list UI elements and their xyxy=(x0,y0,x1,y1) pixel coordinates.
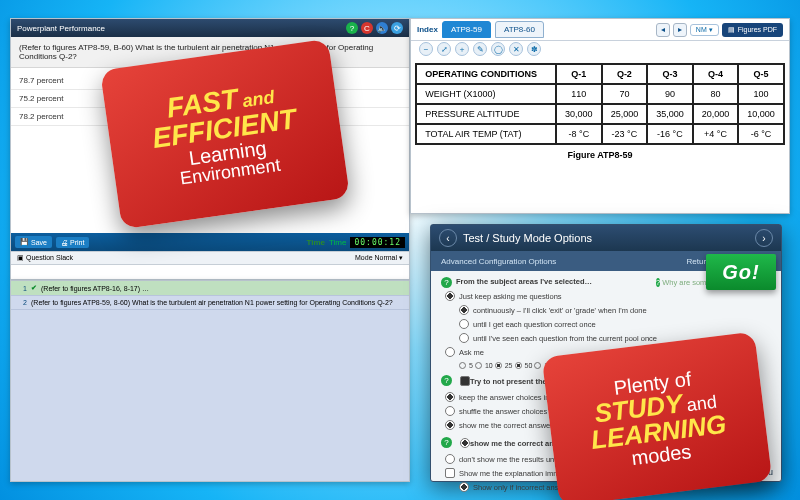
question-list-panel: 1 ✔ (Refer to figures ATP8-16, 8-17) … 2… xyxy=(10,280,410,482)
radio-until-correct[interactable]: until I get each question correct once xyxy=(455,318,771,332)
forward-arrow-icon[interactable]: › xyxy=(755,229,773,247)
operating-conditions-table: OPERATING CONDITIONS Q-1 Q-2 Q-3 Q-4 Q-5… xyxy=(415,63,785,145)
module-title: Powerplant Performance xyxy=(17,24,105,33)
tab-atp8-60[interactable]: ATP8-60 xyxy=(495,21,544,38)
sound-icon[interactable]: 🔈 xyxy=(376,22,388,34)
settings-icon[interactable]: ⟳ xyxy=(391,22,403,34)
index-label[interactable]: Index xyxy=(417,25,438,34)
print-icon: 🖨 xyxy=(61,239,68,246)
time-label: Time xyxy=(306,238,325,247)
radio-25[interactable] xyxy=(495,362,502,369)
question-stack-button[interactable]: ▣ Question Slack xyxy=(17,254,73,262)
refresh-icon[interactable]: C xyxy=(361,22,373,34)
radio-100[interactable] xyxy=(534,362,541,369)
save-icon: 💾 xyxy=(20,238,29,246)
mode-dropdown[interactable]: Normal xyxy=(374,254,397,261)
radio-5[interactable] xyxy=(459,362,466,369)
save-button[interactable]: 💾Save xyxy=(15,236,52,248)
doc-icon: ▤ xyxy=(728,26,735,34)
highlight-icon[interactable]: ◯ xyxy=(491,42,505,56)
help-icon[interactable]: ? xyxy=(656,278,660,287)
tab-atp8-59[interactable]: ATP8-59 xyxy=(442,21,491,38)
promo-sticker-modes: Plenty of STUDY and LEARNING modes xyxy=(542,332,773,500)
back-arrow-icon[interactable]: ‹ xyxy=(439,229,457,247)
modal-title: Test / Study Mode Options xyxy=(463,232,592,244)
modal-subtitle: Advanced Configuration Options xyxy=(441,257,556,266)
list-item[interactable]: 1 ✔ (Refer to figures ATP8-16, 8-17) … xyxy=(11,281,409,296)
question-toolbar: 💾Save 🖨Print Time Time 00:00:12 xyxy=(11,233,409,251)
print-button[interactable]: 🖨Print xyxy=(56,237,89,248)
promo-sticker-fast: FAST and EFFICIENT Learning Environment xyxy=(100,39,350,229)
next-figure-icon[interactable]: ▸ xyxy=(673,23,687,37)
question-footer: ▣ Question Slack Mode Normal ▾ xyxy=(11,251,409,265)
figure-panel: Index ATP8-59 ATP8-60 ◂ ▸ NM ▾ ▤Figures … xyxy=(410,18,790,214)
figure-caption: Figure ATP8-59 xyxy=(411,147,789,166)
list-item[interactable]: 2 (Refer to figures ATP8-59, 8-60) What … xyxy=(11,296,409,310)
units-dropdown[interactable]: NM ▾ xyxy=(690,24,719,36)
help-icon[interactable]: ? xyxy=(441,437,452,448)
check-icon: ✔ xyxy=(31,284,37,292)
radio-10[interactable] xyxy=(475,362,482,369)
question-titlebar: Powerplant Performance ? C 🔈 ⟳ xyxy=(11,19,409,37)
help-icon[interactable]: ? xyxy=(441,277,452,288)
figure-tool-row: − ⤢ ＋ ✎ ◯ ✕ ✽ xyxy=(411,41,789,57)
radio-keep-asking[interactable]: Just keep asking me questions xyxy=(441,290,771,304)
timer-display: 00:00:12 xyxy=(350,237,405,248)
radio-continuously[interactable]: continuously – I'll click 'exit' or 'gra… xyxy=(455,304,771,318)
pencil-icon[interactable]: ✎ xyxy=(473,42,487,56)
figures-pdf-button[interactable]: ▤Figures PDF xyxy=(722,23,783,37)
zoom-fit-icon[interactable]: ⤢ xyxy=(437,42,451,56)
prev-figure-icon[interactable]: ◂ xyxy=(656,23,670,37)
zoom-out-icon[interactable]: − xyxy=(419,42,433,56)
help-icon[interactable]: ? xyxy=(441,375,452,386)
help-icon[interactable]: ? xyxy=(346,22,358,34)
time-label-text: Time xyxy=(329,238,346,247)
radio-50[interactable] xyxy=(515,362,522,369)
erase-icon[interactable]: ✕ xyxy=(509,42,523,56)
zoom-in-icon[interactable]: ＋ xyxy=(455,42,469,56)
note-icon[interactable]: ✽ xyxy=(527,42,541,56)
go-button[interactable]: Go! xyxy=(706,254,776,290)
